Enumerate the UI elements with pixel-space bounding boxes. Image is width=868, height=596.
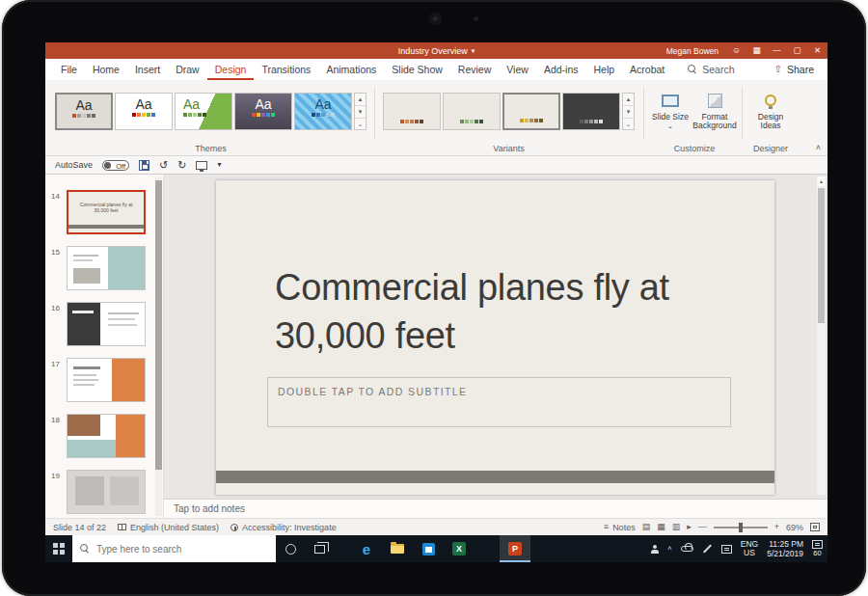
tab-help[interactable]: Help <box>585 59 622 80</box>
gallery-more-icon[interactable]: ⌄ <box>355 118 366 130</box>
ribbon-display-options-icon[interactable]: ▦ <box>746 42 767 59</box>
document-title[interactable]: Industry Overview ▾ <box>398 42 475 59</box>
taskbar-search[interactable] <box>72 535 276 562</box>
variant-thumbnail-1[interactable] <box>383 93 441 130</box>
zoom-level[interactable]: 69% <box>786 523 803 532</box>
scroll-up-icon[interactable]: ▴ <box>817 176 826 186</box>
redo-icon[interactable]: ↻ <box>177 160 186 171</box>
slide-thumbnail-16[interactable] <box>67 302 146 346</box>
theme-thumbnail-dark[interactable]: Aa <box>234 93 292 130</box>
ribbon-search[interactable]: Search <box>688 59 734 80</box>
designer-group-label: Designer <box>746 144 796 153</box>
task-view-button[interactable] <box>305 535 334 562</box>
slide-sorter-view-icon[interactable]: ▦ <box>657 523 665 531</box>
slide-thumbnail-15[interactable] <box>67 246 146 290</box>
gallery-down-icon[interactable]: ▾ <box>355 105 366 118</box>
subtitle-placeholder[interactable]: DOUBLE TAP TO ADD SUBTITLE <box>267 377 731 427</box>
thumbnail-block <box>108 247 145 289</box>
thumbnail-row: 14 Commercial planes fly at 30,000 feet <box>45 190 163 238</box>
zoom-out-icon[interactable]: — <box>698 523 707 531</box>
tab-draw[interactable]: Draw <box>168 59 207 80</box>
scrollbar-thumb[interactable] <box>818 188 825 323</box>
pen-icon[interactable] <box>703 544 712 553</box>
onedrive-icon[interactable] <box>681 546 693 552</box>
tab-view[interactable]: View <box>499 59 536 80</box>
share-button[interactable]: ⇧ Share <box>774 59 814 80</box>
tablet-bezel: Industry Overview ▾ Megan Bowen ☺ ▦ — ▢ … <box>2 0 866 596</box>
tab-review[interactable]: Review <box>450 59 499 80</box>
titlebar-controls: Megan Bowen ☺ ▦ — ▢ ✕ <box>666 42 827 59</box>
close-button[interactable]: ✕ <box>807 42 827 59</box>
theme-thumbnail-office[interactable]: Aa <box>115 93 173 130</box>
variant-thumbnail-2[interactable] <box>443 93 501 130</box>
tab-slide-show[interactable]: Slide Show <box>384 59 450 80</box>
slide-number: 14 <box>51 192 60 201</box>
scrollbar-thumb[interactable] <box>155 180 162 470</box>
clock[interactable]: 11:25 PM 5/21/2019 <box>767 539 803 558</box>
gallery-more-icon[interactable]: ⌄ <box>623 118 634 130</box>
people-icon[interactable] <box>651 545 659 554</box>
language-indicator[interactable]: ENG US <box>741 540 758 557</box>
accessibility-status[interactable]: Accessibility: Investigate <box>231 523 337 532</box>
theme-thumbnail-green[interactable]: Aa <box>175 93 232 130</box>
slide-thumbnail-14[interactable]: Commercial planes fly at 30,000 feet <box>67 190 146 234</box>
notes-pane[interactable]: Tap to add notes <box>164 499 827 518</box>
start-button[interactable] <box>45 535 72 562</box>
autosave-toggle[interactable]: Off <box>102 160 129 171</box>
cortana-button[interactable] <box>276 535 305 562</box>
theme-color-dots <box>57 114 111 118</box>
customize-qat-icon[interactable]: ▾ <box>217 161 221 169</box>
hidden-icons-chevron[interactable]: ˄ <box>667 545 672 553</box>
tab-home[interactable]: Home <box>85 59 127 80</box>
feedback-smiley-icon[interactable]: ☺ <box>726 42 746 59</box>
slide-thumbnail-18[interactable] <box>67 414 146 458</box>
slide-thumbnail-19[interactable] <box>67 470 146 514</box>
gallery-up-icon[interactable]: ▴ <box>355 94 366 105</box>
gallery-down-icon[interactable]: ▾ <box>623 105 634 118</box>
zoom-slider-thumb[interactable] <box>739 523 743 532</box>
variant-thumbnail-4[interactable] <box>562 93 620 130</box>
variant-thumbnail-3-selected[interactable] <box>502 93 560 130</box>
gallery-up-icon[interactable]: ▴ <box>623 94 634 105</box>
slide-size-button[interactable]: Slide Size ⌄ <box>651 90 690 146</box>
file-explorer-button[interactable] <box>382 535 413 562</box>
thumbnail-block <box>112 359 145 401</box>
format-background-button[interactable]: Format Background <box>692 90 738 146</box>
maximize-button[interactable]: ▢ <box>787 42 807 59</box>
slide-canvas[interactable]: Commercial planes fly at 30,000 feet DOU… <box>216 180 774 495</box>
tab-acrobat[interactable]: Acrobat <box>622 59 672 80</box>
tab-file[interactable]: File <box>45 59 85 80</box>
fit-to-window-icon[interactable] <box>810 523 820 531</box>
language-status[interactable]: English (United States) <box>118 523 219 532</box>
notes-toggle-button[interactable]: ≡ Notes <box>604 523 636 532</box>
design-ideas-button[interactable]: Design Ideas <box>749 90 792 146</box>
save-icon[interactable] <box>139 160 149 171</box>
edge-button[interactable]: e <box>351 535 382 562</box>
tab-design[interactable]: Design <box>207 59 255 80</box>
powerpoint-button-active[interactable]: P <box>500 535 530 562</box>
theme-thumbnail-current[interactable]: Aa <box>55 93 113 130</box>
zoom-in-icon[interactable]: + <box>774 523 779 531</box>
normal-view-icon[interactable]: ▤ <box>642 523 651 531</box>
store-button[interactable] <box>413 535 444 562</box>
tab-add-ins[interactable]: Add-ins <box>536 59 586 80</box>
slideshow-view-icon[interactable]: ▸ <box>687 523 692 531</box>
thumbnail-scrollbar[interactable] <box>155 176 162 516</box>
reading-view-icon[interactable]: ▥ <box>672 523 681 531</box>
editing-scrollbar[interactable]: ▴ <box>817 176 826 495</box>
collapse-ribbon-icon[interactable]: ˄ <box>816 143 821 152</box>
excel-button[interactable]: X <box>444 535 475 562</box>
touch-mouse-mode-icon[interactable] <box>196 161 207 170</box>
slide-thumbnail-17[interactable] <box>67 358 146 402</box>
theme-thumbnail-blue[interactable]: Aa <box>294 93 352 130</box>
action-center-button[interactable]: 60 <box>812 540 823 557</box>
display-icon[interactable] <box>721 545 732 554</box>
slide-title[interactable]: Commercial planes fly at 30,000 feet <box>275 263 730 360</box>
minimize-button[interactable]: — <box>767 42 787 59</box>
tab-transitions[interactable]: Transitions <box>254 59 318 80</box>
undo-icon[interactable]: ↺ <box>159 160 168 171</box>
tab-animations[interactable]: Animations <box>318 59 384 80</box>
zoom-slider[interactable] <box>714 527 768 528</box>
tab-insert[interactable]: Insert <box>127 59 168 80</box>
taskbar-search-input[interactable] <box>96 544 260 555</box>
